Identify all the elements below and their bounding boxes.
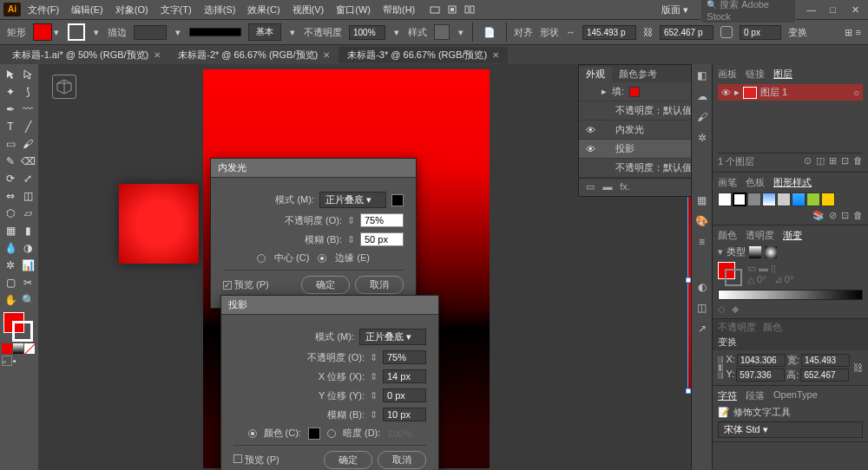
brushes-icon[interactable]: 🖌 — [695, 111, 709, 125]
grad-stop-opacity[interactable]: ◇ — [718, 304, 725, 315]
layers-tab[interactable]: 图层 — [773, 68, 792, 81]
curvature-tool[interactable]: 〰 — [19, 101, 36, 118]
minimize-icon[interactable]: — — [803, 4, 819, 15]
selection-tool[interactable] — [2, 66, 19, 83]
menu-object[interactable]: 对象(O) — [110, 2, 154, 18]
menu-file[interactable]: 文件(F) — [23, 2, 64, 18]
arrange-icon[interactable] — [464, 3, 476, 16]
magic-wand-tool[interactable]: ✦ — [2, 83, 19, 101]
shaper-tool[interactable]: ✎ — [2, 153, 19, 170]
y-input[interactable] — [736, 369, 785, 382]
font-family-select[interactable]: 宋体 Std ▾ — [718, 421, 863, 438]
corner-input[interactable] — [740, 25, 781, 40]
symbols-icon[interactable]: ✲ — [695, 132, 709, 146]
menu-window[interactable]: 窗口(W) — [331, 2, 376, 18]
preview-checkbox[interactable] — [233, 454, 242, 463]
shape-builder-tool[interactable]: ⬡ — [2, 205, 19, 222]
width-tool[interactable]: ⇔ — [2, 187, 19, 205]
fill-dropdown[interactable]: ▾ — [52, 27, 61, 38]
opacity-input[interactable] — [360, 213, 404, 227]
layer-row[interactable]: 👁 ▸ 图层 1 ○ — [718, 84, 863, 101]
close-icon[interactable]: ✕ — [846, 4, 865, 16]
zoom-tool[interactable]: 🔍 — [19, 291, 36, 309]
style-swatch[interactable] — [747, 193, 761, 206]
transform-tab[interactable]: 变换 — [718, 336, 737, 347]
center-radio[interactable] — [257, 254, 266, 263]
swatches-icon[interactable]: ▦ — [695, 194, 709, 208]
brush-dropdown[interactable]: ▾ — [288, 27, 297, 38]
perspective-widget[interactable] — [52, 75, 76, 99]
graph-tool[interactable]: 📊 — [19, 257, 36, 274]
xoffset-input[interactable] — [383, 369, 426, 383]
style-swatch[interactable] — [777, 193, 791, 206]
menu-help[interactable]: 帮助(H) — [378, 2, 420, 18]
style-lib-icon[interactable]: 📚 — [812, 210, 825, 221]
opentype-tab[interactable]: OpenType — [773, 389, 818, 402]
properties-icon[interactable]: ◧ — [695, 69, 709, 83]
stroke-swatch[interactable] — [68, 23, 85, 41]
visibility-icon[interactable]: 👁 — [584, 144, 596, 154]
close-tab-icon[interactable]: ✕ — [492, 50, 499, 60]
ok-button[interactable]: 确定 — [301, 276, 350, 294]
break-link-icon[interactable]: ⊘ — [829, 210, 837, 221]
stroke-width-input[interactable] — [134, 25, 167, 40]
visibility-icon[interactable]: 👁 — [584, 125, 596, 135]
screen-mode-full[interactable]: ▪ — [13, 356, 23, 366]
type-tool[interactable]: T — [2, 118, 19, 135]
workspace-dropdown[interactable]: 版面 ▾ — [656, 2, 694, 18]
layer-name[interactable]: 图层 1 — [760, 86, 787, 99]
x-input[interactable] — [737, 354, 786, 367]
stock-icon[interactable] — [446, 3, 458, 16]
opacity-dropdown[interactable]: ▾ — [392, 27, 401, 38]
transparency-icon[interactable]: ◫ — [695, 302, 709, 316]
menu-view[interactable]: 视图(V) — [287, 2, 330, 18]
shape-label2[interactable]: 形状 — [540, 26, 559, 39]
style-swatch[interactable] — [821, 193, 835, 206]
stroke-icon[interactable]: ≡ — [695, 236, 709, 250]
reference-point[interactable] — [718, 356, 723, 379]
link-wh-icon[interactable]: ⛓ — [853, 362, 863, 373]
grad-stop-location[interactable]: ◆ — [732, 304, 739, 315]
eraser-tool[interactable]: ⌫ — [19, 153, 36, 170]
dialog-title[interactable]: 投影 — [221, 296, 438, 315]
width-input[interactable] — [582, 25, 636, 40]
blend-mode-select[interactable]: 正片叠底 ▾ — [319, 192, 386, 208]
artboard-tool[interactable]: ▢ — [2, 274, 19, 291]
stroke-width-dropdown[interactable]: ▾ — [174, 27, 182, 38]
eyedropper-tool[interactable]: 💧 — [2, 239, 19, 257]
hand-tool[interactable]: ✋ — [2, 291, 19, 309]
visibility-icon[interactable]: 👁 — [721, 88, 731, 98]
linear-type-icon[interactable] — [749, 246, 761, 258]
rotate-tool[interactable]: ⟳ — [2, 170, 19, 187]
cancel-button[interactable]: 取消 — [378, 451, 426, 469]
line-tool[interactable]: ╱ — [19, 118, 36, 135]
brush-basic[interactable]: 基本 — [248, 23, 281, 41]
touch-type-icon[interactable]: 📝 — [718, 407, 730, 418]
link-wh-icon[interactable]: ⛓ — [643, 27, 653, 37]
cancel-button[interactable]: 取消 — [355, 276, 404, 294]
menu-effect[interactable]: 效果(C) — [242, 2, 285, 18]
symbol-sprayer-tool[interactable]: ✲ — [2, 257, 19, 274]
links-tab[interactable]: 链接 — [746, 68, 765, 81]
color-tab[interactable]: 颜色 — [718, 229, 737, 242]
gradient-mode-icon[interactable] — [13, 343, 23, 354]
delete-layer-icon[interactable]: 🗑 — [853, 155, 863, 168]
ok-button[interactable]: 确定 — [324, 451, 372, 469]
color-mode-icon[interactable] — [2, 343, 12, 354]
perspective-tool[interactable]: ▱ — [19, 205, 36, 222]
style-swatch[interactable] — [733, 193, 746, 206]
color-radio[interactable] — [248, 429, 257, 438]
h-input[interactable] — [800, 369, 849, 382]
free-transform-tool[interactable]: ◫ — [19, 187, 36, 205]
graphic-style-swatch[interactable] — [434, 24, 450, 40]
new-stroke-icon[interactable]: ▭ — [584, 181, 596, 193]
bridge-icon[interactable] — [429, 3, 441, 16]
artboards-tab[interactable]: 画板 — [718, 68, 737, 81]
gradient-tool[interactable]: ▮ — [19, 222, 36, 239]
screen-mode-normal[interactable]: ▫ — [2, 356, 12, 366]
style-dropdown[interactable]: ▾ — [457, 27, 465, 38]
brushes-tab[interactable]: 画笔 — [718, 176, 737, 189]
blur-input[interactable] — [360, 232, 404, 246]
delete-style-icon[interactable]: 🗑 — [853, 210, 863, 221]
blur-input[interactable] — [383, 408, 426, 421]
